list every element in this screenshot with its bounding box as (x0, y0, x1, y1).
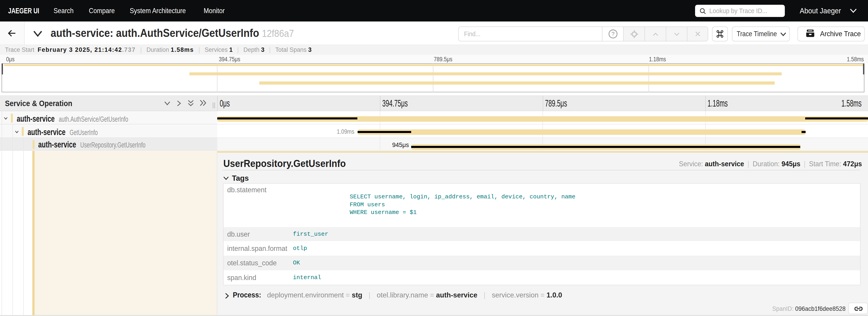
svg-text:?: ? (612, 31, 614, 37)
